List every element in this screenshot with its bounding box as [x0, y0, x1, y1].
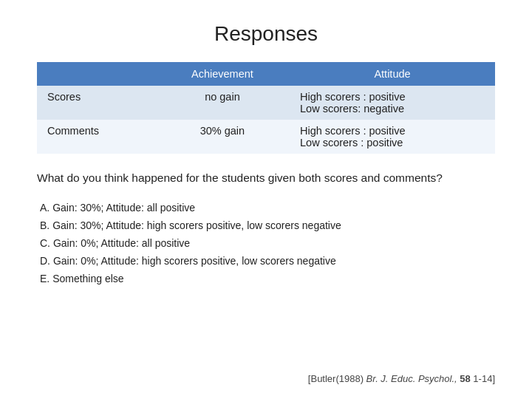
option-letter-b: B.	[40, 219, 52, 231]
option-text-b: Gain: 30%; Attitude: high scorers positi…	[52, 219, 341, 231]
option-letter-d: D.	[40, 255, 53, 267]
col-header-empty	[37, 62, 155, 86]
option-letter-a: A.	[40, 202, 52, 214]
citation: [Butler(1988) Br. J. Educ. Psychol., 58 …	[37, 373, 495, 384]
table-row: Comments 30% gain High scorers : positiv…	[37, 120, 495, 154]
option-text-c: Gain: 0%; Attitude: all positive	[53, 237, 190, 249]
list-item: E. Something else	[37, 270, 495, 288]
question-text: What do you think happened for the stude…	[37, 170, 495, 186]
citation-journal: Br. J. Educ. Psychol.,	[366, 373, 457, 384]
attitude-comments-line2: Low scorers : positive	[300, 137, 403, 149]
answer-options: A. Gain: 30%; Attitude: all positive B. …	[37, 200, 495, 287]
option-letter-e: E.	[40, 273, 52, 284]
row-label-scores: Scores	[37, 86, 155, 120]
attitude-scores-line1: High scorers : positive	[300, 91, 406, 103]
page: Responses Achievement Attitude Scores no…	[0, 0, 532, 399]
table-row: Scores no gain High scorers : positive L…	[37, 86, 495, 120]
row-achievement-scores: no gain	[155, 86, 290, 120]
responses-table: Achievement Attitude Scores no gain High…	[37, 62, 495, 154]
option-letter-c: C.	[40, 237, 53, 249]
row-label-comments: Comments	[37, 120, 155, 154]
attitude-comments-line1: High scorers : positive	[300, 125, 406, 137]
option-text-a: Gain: 30%; Attitude: all positive	[52, 202, 195, 214]
list-item: C. Gain: 0%; Attitude: all positive	[37, 235, 495, 253]
option-text-d: Gain: 0%; Attitude: high scorers positiv…	[53, 255, 336, 267]
col-header-achievement: Achievement	[155, 62, 290, 86]
option-text-e: Something else	[52, 273, 124, 284]
page-title: Responses	[37, 22, 495, 46]
citation-prefix: [Butler(1988)	[308, 373, 366, 384]
list-item: A. Gain: 30%; Attitude: all positive	[37, 200, 495, 217]
citation-volume: 58	[457, 373, 471, 384]
list-item: D. Gain: 0%; Attitude: high scorers posi…	[37, 253, 495, 270]
list-item: B. Gain: 30%; Attitude: high scorers pos…	[37, 217, 495, 235]
row-attitude-scores: High scorers : positive Low scorers: neg…	[290, 86, 495, 120]
row-attitude-comments: High scorers : positive Low scorers : po…	[290, 120, 495, 154]
citation-pages: 1-14]	[471, 373, 495, 384]
row-achievement-comments: 30% gain	[155, 120, 290, 154]
attitude-scores-line2: Low scorers: negative	[300, 103, 404, 115]
col-header-attitude: Attitude	[290, 62, 495, 86]
